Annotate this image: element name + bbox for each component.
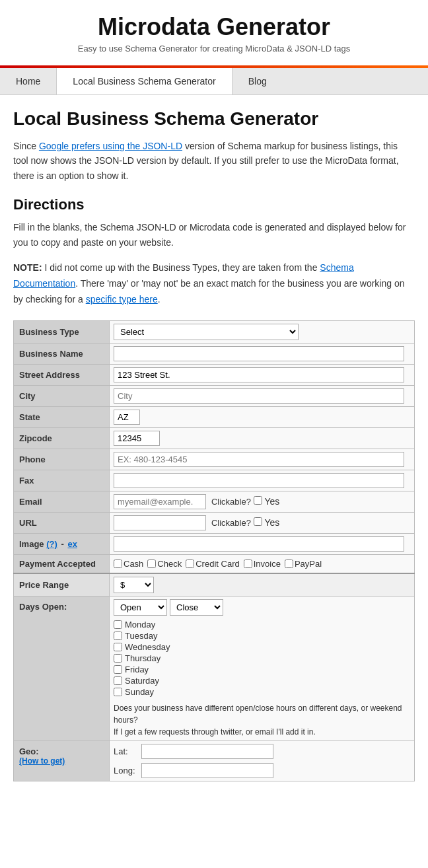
sunday-checkbox[interactable] — [114, 688, 122, 696]
payment-cell: Cash Check Credit Card Invoice PayPal — [110, 555, 415, 574]
payment-check-checkbox[interactable] — [147, 560, 156, 568]
day-tuesday: Tuesday — [114, 631, 410, 641]
business-type-cell: Select Accounting Attorney Automotive Ba… — [110, 321, 415, 344]
payment-invoice-checkbox[interactable] — [244, 560, 252, 568]
nav-home[interactable]: Home — [0, 68, 56, 94]
day-wednesday: Wednesday — [114, 642, 410, 652]
intro-text: Since Google prefers using the JSON-LD v… — [13, 139, 415, 183]
geo-inner: Lat: Long: — [114, 744, 410, 778]
street-address-input[interactable] — [114, 367, 404, 382]
fax-cell — [110, 470, 415, 491]
payment-paypal-checkbox[interactable] — [285, 560, 293, 568]
day-sunday: Sunday — [114, 687, 410, 697]
state-cell — [110, 407, 415, 428]
specific-type-link[interactable]: specific type here — [86, 294, 158, 305]
open-time-select[interactable]: Open 7:00 AM 7:30 AM 8:00 AM 8:30 AM 9:0… — [114, 599, 167, 616]
days-list: Monday Tuesday Wednesday Thursday Friday… — [114, 620, 410, 697]
business-name-input[interactable] — [114, 346, 404, 361]
url-clickable-checkbox[interactable] — [254, 517, 262, 526]
payment-cash-label: Cash — [114, 559, 143, 569]
payment-check-label: Check — [147, 559, 182, 569]
zipcode-row: Zipcode — [14, 428, 415, 449]
payment-checkbox-group: Cash Check Credit Card Invoice PayPal — [114, 559, 410, 569]
city-label: City — [14, 386, 110, 407]
price-range-cell: $ $$ $$$ $$$$ — [110, 573, 415, 597]
zipcode-label: Zipcode — [14, 428, 110, 449]
street-address-cell — [110, 365, 415, 386]
days-open-cell: Open 7:00 AM 7:30 AM 8:00 AM 8:30 AM 9:0… — [110, 597, 415, 741]
url-cell: Clickable? Yes — [110, 513, 415, 534]
payment-invoice-label: Invoice — [244, 559, 281, 569]
business-type-select[interactable]: Select Accounting Attorney Automotive Ba… — [114, 324, 299, 340]
fax-label: Fax — [14, 470, 110, 491]
note-block: NOTE: I did not come up with the Busines… — [13, 260, 415, 307]
day-monday: Monday — [114, 620, 410, 630]
directions-text: Fill in the blanks, the Schema JSON-LD o… — [13, 220, 415, 250]
business-type-row: Business Type Select Accounting Attorney… — [14, 321, 415, 344]
google-json-ld-link[interactable]: Google prefers using the JSON-LD — [39, 141, 182, 151]
zipcode-input[interactable] — [114, 431, 160, 446]
days-open-row: Days Open: Open 7:00 AM 7:30 AM 8:00 AM … — [14, 597, 415, 741]
url-yes-label: Yes — [264, 517, 279, 528]
monday-checkbox[interactable] — [114, 620, 122, 629]
close-time-select[interactable]: Close 5:00 PM 5:30 PM 6:00 PM 6:30 PM 7:… — [170, 599, 223, 616]
email-row: Email Clickable? Yes — [14, 491, 415, 513]
payment-cash-checkbox[interactable] — [114, 560, 122, 568]
url-clickable-label: Clickable? — [211, 518, 251, 528]
days-note: Does your business have different open/c… — [114, 702, 410, 738]
long-row: Long: — [114, 763, 410, 778]
geo-label-cell: Geo: (How to get) — [14, 741, 110, 781]
payment-credit-checkbox[interactable] — [186, 560, 194, 568]
city-input[interactable] — [114, 388, 404, 404]
saturday-checkbox[interactable] — [114, 676, 122, 685]
geo-cell: Lat: Long: — [110, 741, 415, 781]
phone-input[interactable] — [114, 452, 404, 467]
phone-row: Phone — [14, 449, 415, 470]
lat-label: Lat: — [114, 746, 137, 756]
payment-paypal-label: PayPal — [285, 559, 322, 569]
payment-label: Payment Accepted — [14, 555, 110, 574]
price-range-select[interactable]: $ $$ $$$ $$$$ — [114, 577, 154, 593]
nav-local-business[interactable]: Local Business Schema Generator — [56, 68, 232, 94]
city-row: City — [14, 386, 415, 407]
thursday-checkbox[interactable] — [114, 654, 122, 663]
payment-credit-label: Credit Card — [186, 559, 239, 569]
phone-cell — [110, 449, 415, 470]
url-row: URL Clickable? Yes — [14, 513, 415, 534]
wednesday-checkbox[interactable] — [114, 643, 122, 651]
business-type-label: Business Type — [14, 321, 110, 344]
business-name-cell — [110, 344, 415, 365]
price-range-label: Price Range — [14, 573, 110, 597]
main-nav: Home Local Business Schema Generator Blo… — [0, 68, 428, 95]
open-close-selects: Open 7:00 AM 7:30 AM 8:00 AM 8:30 AM 9:0… — [114, 599, 410, 616]
page-title: Local Business Schema Generator — [13, 108, 415, 129]
street-address-row: Street Address — [14, 365, 415, 386]
long-label: Long: — [114, 766, 137, 776]
email-label: Email — [14, 491, 110, 513]
friday-checkbox[interactable] — [114, 665, 122, 674]
state-input[interactable] — [114, 410, 140, 425]
city-cell — [110, 386, 415, 407]
phone-label: Phone — [14, 449, 110, 470]
image-ex-link[interactable]: ex — [67, 539, 77, 549]
how-to-get: (How to get) — [19, 756, 104, 766]
email-clickable-checkbox[interactable] — [254, 496, 262, 505]
image-input[interactable] — [114, 536, 404, 552]
how-to-get-link[interactable]: (How to get) — [19, 756, 65, 766]
zipcode-cell — [110, 428, 415, 449]
day-friday: Friday — [114, 665, 410, 674]
email-input[interactable] — [114, 494, 206, 509]
image-help-link[interactable]: (?) — [46, 539, 57, 549]
nav-blog[interactable]: Blog — [232, 68, 283, 94]
url-input[interactable] — [114, 515, 206, 530]
email-yes-label: Yes — [264, 496, 279, 507]
email-cell: Clickable? Yes — [110, 491, 415, 513]
lat-input[interactable] — [141, 744, 273, 759]
long-input[interactable] — [141, 763, 273, 778]
form-table: Business Type Select Accounting Attorney… — [13, 320, 415, 781]
fax-input[interactable] — [114, 473, 404, 488]
tuesday-checkbox[interactable] — [114, 632, 122, 640]
business-name-row: Business Name — [14, 344, 415, 365]
state-row: State — [14, 407, 415, 428]
image-label: Image (?) - ex — [14, 534, 110, 555]
